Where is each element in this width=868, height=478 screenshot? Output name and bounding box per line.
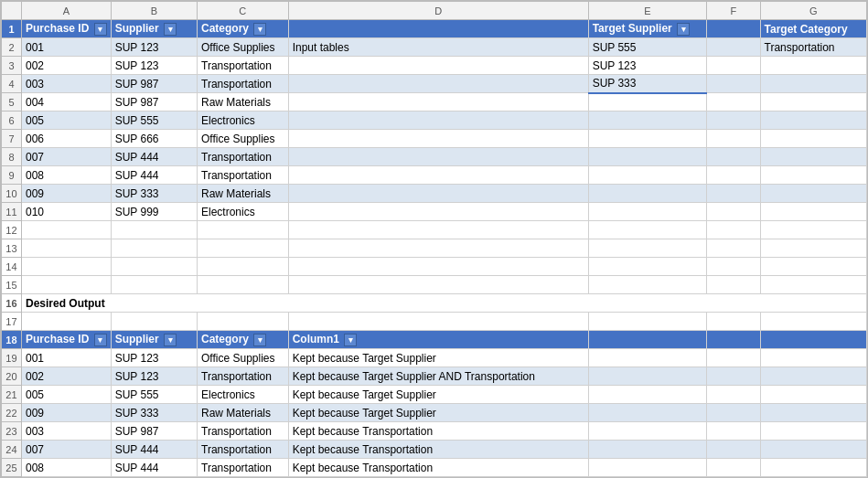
category-cell[interactable]: Office Supplies — [198, 38, 289, 57]
table-row: 3 002 SUP 123 Transportation SUP 123 — [2, 57, 867, 75]
col-d-cell — [288, 166, 588, 185]
target-category-cell[interactable]: Transportation — [760, 38, 866, 57]
do-category-label: Category — [201, 333, 249, 345]
col-g-header-cell: Target Category — [760, 20, 866, 38]
purchase-id-cell[interactable]: 009 — [21, 185, 111, 203]
supplier-cell[interactable]: SUP 987 — [111, 93, 197, 112]
purchase-id-cell[interactable]: 007 — [21, 148, 111, 166]
table-row: 20 002 SUP 123 Transportation Kept becau… — [2, 367, 867, 386]
col-a-header[interactable]: A — [21, 2, 111, 20]
do-col-a-header[interactable]: Purchase ID ▾ — [21, 331, 111, 349]
col-c-header-cell[interactable]: Category ▾ — [198, 20, 289, 38]
category-cell[interactable]: Raw Materials — [198, 93, 289, 112]
spreadsheet: A B C D E F G 1 Purchase ID ▾ Supplier ▾ — [0, 0, 868, 478]
col-f-header[interactable]: F — [707, 2, 760, 20]
col-g-header[interactable]: G — [760, 2, 866, 20]
purchase-id-cell[interactable]: 006 — [21, 130, 111, 148]
col-e-header-cell[interactable]: Target Supplier ▾ — [588, 20, 706, 38]
row-num: 9 — [2, 166, 22, 185]
category-cell[interactable]: Office Supplies — [198, 130, 289, 148]
target-supplier-cell — [588, 185, 706, 203]
do-col-d-header[interactable]: Column1 ▾ — [288, 331, 588, 349]
target-category-cell — [760, 166, 866, 185]
row-num: 11 — [2, 203, 22, 221]
table-row: 22 009 SUP 333 Raw Materials Kept becaus… — [2, 404, 867, 422]
empty-row: 12 — [2, 221, 867, 239]
col-f-cell — [707, 148, 760, 166]
purchase-id-cell[interactable]: 001 — [21, 38, 111, 57]
target-category-cell — [760, 93, 866, 112]
purchase-id-cell[interactable]: 004 — [21, 93, 111, 112]
category-dropdown[interactable]: ▾ — [253, 23, 266, 36]
empty-row: 14 — [2, 258, 867, 276]
purchase-id-cell[interactable]: 003 — [21, 75, 111, 93]
category-cell[interactable]: Transportation — [198, 148, 289, 166]
col-d-cell — [288, 112, 588, 130]
target-supplier-cell — [588, 203, 706, 221]
col-b-header-cell[interactable]: Supplier ▾ — [111, 20, 197, 38]
category-cell[interactable]: Electronics — [198, 112, 289, 130]
do-col-c-header[interactable]: Category ▾ — [198, 331, 289, 349]
do-category-dropdown[interactable]: ▾ — [253, 334, 266, 346]
col-c-header[interactable]: C — [198, 2, 289, 20]
col-d-cell — [288, 57, 588, 75]
do-col-e-header — [588, 331, 706, 349]
empty-row: 15 — [2, 276, 867, 294]
target-supplier-cell[interactable]: SUP 555 — [588, 38, 706, 57]
supplier-cell[interactable]: SUP 666 — [111, 130, 197, 148]
target-category-cell — [760, 148, 866, 166]
category-cell[interactable]: Transportation — [198, 166, 289, 185]
purchase-id-cell[interactable]: 010 — [21, 203, 111, 221]
purchase-id-cell[interactable]: 002 — [21, 57, 111, 75]
do-supplier-dropdown[interactable]: ▾ — [164, 334, 177, 346]
table-row: 2 001 SUP 123 Office Supplies Input tabl… — [2, 38, 867, 57]
supplier-cell[interactable]: SUP 987 — [111, 75, 197, 93]
purchase-id-label: Purchase ID — [26, 22, 89, 35]
do-column1-dropdown[interactable]: ▾ — [344, 334, 357, 346]
col-d-header-cell — [288, 20, 588, 38]
target-supplier-cell — [588, 148, 706, 166]
row-num-1: 1 — [2, 20, 22, 38]
supplier-cell[interactable]: SUP 123 — [111, 38, 197, 57]
target-supplier-cell — [588, 130, 706, 148]
empty-row: 13 — [2, 239, 867, 258]
col-a-header-cell[interactable]: Purchase ID ▾ — [21, 20, 111, 38]
purchase-id-cell[interactable]: 005 — [21, 112, 111, 130]
col-b-header[interactable]: B — [111, 2, 197, 20]
col-f-cell — [707, 166, 760, 185]
category-cell[interactable]: Electronics — [198, 203, 289, 221]
do-col-b-header[interactable]: Supplier ▾ — [111, 331, 197, 349]
row-num: 10 — [2, 185, 22, 203]
col-d-cell — [288, 75, 588, 93]
supplier-dropdown[interactable]: ▾ — [164, 23, 177, 36]
category-cell[interactable]: Raw Materials — [198, 185, 289, 203]
col-d-cell[interactable]: Input tables — [288, 38, 588, 57]
row-num: 8 — [2, 148, 22, 166]
supplier-cell[interactable]: SUP 444 — [111, 166, 197, 185]
category-cell[interactable]: Transportation — [198, 75, 289, 93]
purchase-id-dropdown[interactable]: ▾ — [94, 23, 107, 36]
row-num: 3 — [2, 57, 22, 75]
supplier-cell[interactable]: SUP 555 — [111, 112, 197, 130]
purchase-id-cell[interactable]: 008 — [21, 166, 111, 185]
col-header-row: A B C D E F G — [2, 2, 867, 20]
table-row: 4 003 SUP 987 Transportation SUP 333 — [2, 75, 867, 93]
col-e-header[interactable]: E — [588, 2, 706, 20]
section-label-row: 16 Desired Output — [2, 294, 867, 313]
target-category-cell — [760, 112, 866, 130]
do-purchase-id-dropdown[interactable]: ▾ — [94, 334, 107, 346]
target-supplier-cell — [588, 112, 706, 130]
target-supplier-cell[interactable]: SUP 333 — [588, 75, 706, 93]
table-row: 9 008 SUP 444 Transportation — [2, 166, 867, 185]
supplier-cell[interactable]: SUP 123 — [111, 57, 197, 75]
col-d-header[interactable]: D — [288, 2, 588, 20]
supplier-cell[interactable]: SUP 333 — [111, 185, 197, 203]
col-f-cell — [707, 75, 760, 93]
target-supplier-dropdown[interactable]: ▾ — [677, 23, 690, 36]
supplier-cell[interactable]: SUP 999 — [111, 203, 197, 221]
target-supplier-cell[interactable]: SUP 123 — [588, 57, 706, 75]
supplier-cell[interactable]: SUP 444 — [111, 148, 197, 166]
table-row: 6 005 SUP 555 Electronics — [2, 112, 867, 130]
category-cell[interactable]: Transportation — [198, 57, 289, 75]
do-col-f-header — [707, 331, 760, 349]
